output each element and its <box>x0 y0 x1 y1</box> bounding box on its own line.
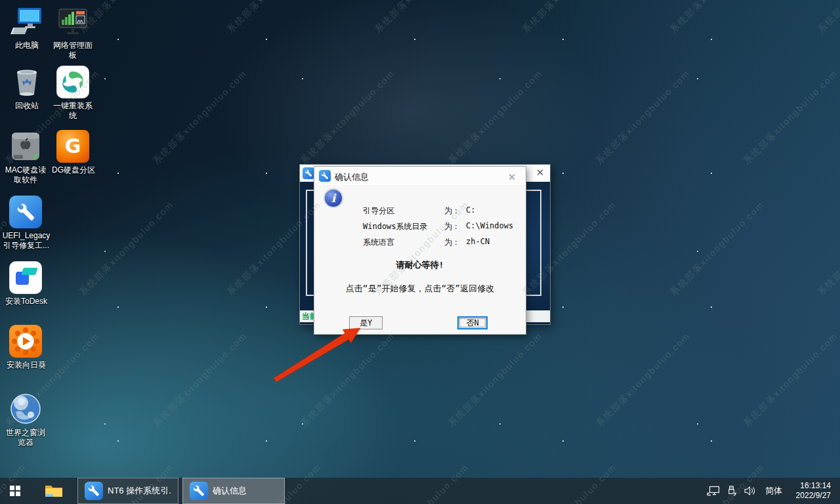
input-language-indicator[interactable]: 简体 <box>765 485 782 497</box>
info-row: Windows系统目录 为： C:\Windows <box>363 219 522 234</box>
desktop-icon-install-todesk[interactable]: 安装ToDesk <box>0 261 51 306</box>
start-button[interactable] <box>0 478 32 504</box>
desktop-icon-label: 回收站 <box>6 101 48 111</box>
desktop-icon-uefi-legacy-repair[interactable]: UEFI_Legacy引导修复工... <box>0 196 51 251</box>
row-separator: 为： <box>444 205 460 217</box>
close-icon[interactable]: ✕ <box>506 171 518 183</box>
desktop-icon-one-click-reinstall[interactable]: 一键重装系统 <box>47 66 98 121</box>
dialog-titlebar[interactable]: 确认信息 ✕ <box>314 167 526 185</box>
diskgenius-icon: G <box>56 130 89 163</box>
row-separator: 为： <box>444 237 460 248</box>
desktop-icon-label: 安装向日葵 <box>0 360 52 370</box>
wrench-app-icon <box>190 482 208 500</box>
desktop-icon-world-window-browser[interactable]: 世界之窗浏览器 <box>0 392 51 448</box>
desktop-icon-label: MAC硬盘读取软件 <box>3 165 49 185</box>
info-icon: i <box>324 188 343 208</box>
desktop-icon-install-sunflower[interactable]: 安装向日葵 <box>0 325 51 370</box>
folder-icon <box>45 484 63 498</box>
system-tray: 简体 16:13:14 2022/9/27 <box>706 478 840 504</box>
confirm-dialog: 确认信息 ✕ i 引导分区 为： C: Windows系统目录 为： C:\Wi… <box>314 166 526 335</box>
taskbar-item-confirm[interactable]: 确认信息 <box>182 478 285 504</box>
file-explorer-button[interactable] <box>41 478 67 504</box>
taskbar-item-label: NT6 操作系统引... <box>108 485 171 497</box>
desktop-icon-label: DG硬盘分区 <box>47 165 100 175</box>
mac-disk-reader-icon <box>9 130 42 163</box>
row-separator: 为： <box>444 221 460 232</box>
one-click-reinstall-icon <box>56 66 89 98</box>
dialog-info-rows: 引导分区 为： C: Windows系统目录 为： C:\Windows 系统语… <box>363 203 522 250</box>
wrench-app-icon <box>85 482 103 500</box>
row-label: 系统语言 <box>363 237 394 248</box>
wrench-app-icon <box>319 170 331 182</box>
row-value: zh-CN <box>466 237 490 246</box>
desktop-icon-label: UEFI_Legacy引导修复工... <box>0 231 52 251</box>
yes-button[interactable]: 是Y <box>349 316 383 329</box>
info-row: 系统语言 为： zh-CN <box>363 234 522 250</box>
network-icon[interactable] <box>706 478 721 504</box>
desktop-icon-label: 世界之窗浏览器 <box>5 428 47 448</box>
hint-message: 点击“是”开始修复，点击“否”返回修改 <box>314 283 526 295</box>
no-button[interactable]: 否N <box>457 316 488 329</box>
taskbar-clock[interactable]: 16:13:14 2022/9/27 <box>789 481 831 501</box>
taskbar-item-label: 确认信息 <box>213 485 247 497</box>
clock-time: 16:13:14 <box>789 481 831 491</box>
desktop-icon-diskgenius[interactable]: G DG硬盘分区 <box>47 130 98 175</box>
row-value: C:\Windows <box>466 221 513 230</box>
desktop-icon-label: 安装ToDesk <box>0 297 52 306</box>
close-icon[interactable]: ✕ <box>534 167 546 178</box>
usb-icon[interactable] <box>724 478 739 504</box>
dialog-title: 确认信息 <box>335 171 369 183</box>
globe-icon <box>9 392 42 425</box>
desktop-icon-label: 一键重装系统 <box>52 101 94 121</box>
taskbar-item-nt6[interactable]: NT6 操作系统引... <box>77 478 178 504</box>
desktop-icon-this-pc[interactable]: 此电脑 <box>1 5 52 51</box>
desktop: 此电脑 网络管理面板 <box>0 0 840 504</box>
recycle-bin-icon <box>10 66 43 98</box>
network-panel-icon <box>56 5 89 38</box>
row-label: Windows系统目录 <box>363 221 428 232</box>
todesk-icon <box>9 261 42 294</box>
desktop-icon-label: 此电脑 <box>6 41 48 51</box>
volume-icon[interactable] <box>743 478 757 504</box>
clock-date: 2022/9/27 <box>789 491 831 501</box>
desktop-icon-mac-disk-reader[interactable]: MAC硬盘读取软件 <box>0 130 51 185</box>
desktop-icon-recycle-bin[interactable]: 回收站 <box>1 66 52 111</box>
wait-message: 请耐心等待! <box>314 259 526 271</box>
info-row: 引导分区 为： C: <box>363 203 522 219</box>
desktop-icon-label: 网络管理面板 <box>50 41 96 60</box>
wrench-app-icon <box>9 196 42 228</box>
taskbar: NT6 操作系统引... 确认信息 <box>0 478 840 504</box>
row-label: 引导分区 <box>363 205 394 217</box>
sunflower-icon <box>9 325 42 358</box>
desktop-icon-network-panel[interactable]: 网络管理面板 <box>47 5 98 60</box>
this-pc-icon <box>10 5 43 38</box>
wrench-app-icon <box>303 167 314 179</box>
row-value: C: <box>466 205 475 215</box>
